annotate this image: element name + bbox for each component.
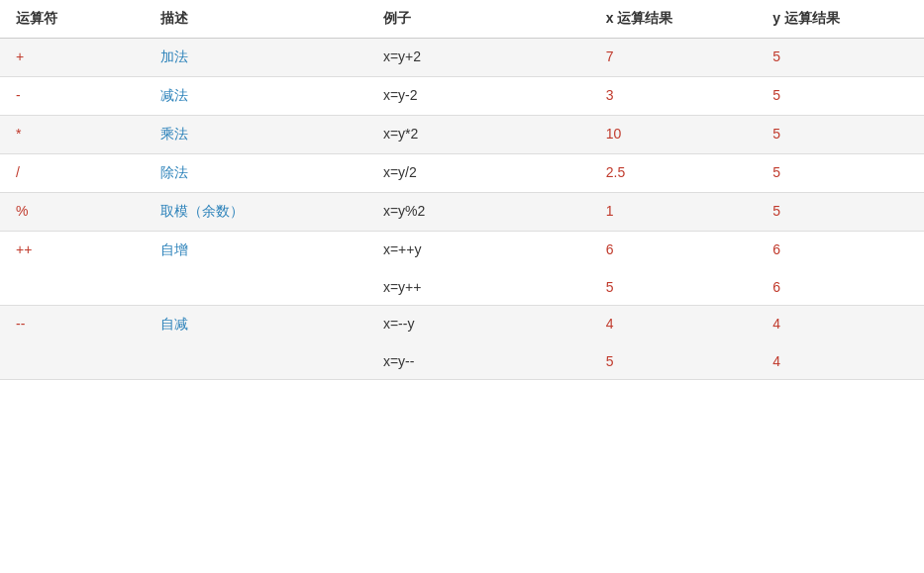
cell-yresult: 5 [757, 39, 924, 77]
header-description: 描述 [145, 0, 367, 39]
cell-xresult: 6 [590, 232, 758, 270]
table-row: --自减x=--y44 [0, 306, 924, 344]
table-container: 运算符 描述 例子 x 运算结果 y 运算结果 +加法x=y+275-减法x=y… [0, 0, 924, 573]
table-header-row: 运算符 描述 例子 x 运算结果 y 运算结果 [0, 0, 924, 39]
cell-xresult: 2.5 [590, 154, 758, 193]
operators-table: 运算符 描述 例子 x 运算结果 y 运算结果 +加法x=y+275-减法x=y… [0, 0, 924, 380]
cell-operator: * [0, 116, 145, 154]
cell-description: 加法 [145, 39, 367, 77]
cell-xresult: 10 [590, 116, 758, 154]
cell-xresult: 5 [590, 269, 758, 306]
cell-description: 乘法 [145, 116, 367, 154]
cell-operator: + [0, 39, 145, 77]
cell-example: x=y%2 [367, 193, 590, 232]
header-xresult: x 运算结果 [590, 0, 758, 39]
cell-example: x=y-2 [367, 77, 590, 116]
cell-xresult: 7 [590, 39, 758, 77]
header-operator: 运算符 [0, 0, 145, 39]
cell-description: 取模（余数） [145, 193, 367, 232]
table-row: -减法x=y-235 [0, 77, 924, 116]
cell-operator: / [0, 154, 145, 193]
cell-operator: % [0, 193, 145, 232]
cell-operator: ++ [0, 232, 145, 270]
cell-yresult: 5 [757, 154, 924, 193]
table-row: *乘法x=y*2105 [0, 116, 924, 154]
cell-description: 自减 [145, 306, 367, 344]
cell-yresult: 5 [757, 77, 924, 116]
cell-yresult: 4 [757, 343, 924, 380]
cell-yresult: 6 [757, 269, 924, 306]
cell-xresult: 1 [590, 193, 758, 232]
cell-example: x=y/2 [367, 154, 590, 193]
cell-description [145, 269, 367, 306]
cell-example: x=y++ [367, 269, 590, 306]
table-row: /除法x=y/22.55 [0, 154, 924, 193]
header-example: 例子 [367, 0, 590, 39]
cell-description: 除法 [145, 154, 367, 193]
cell-example: x=y-- [367, 343, 590, 380]
table-row: %取模（余数）x=y%215 [0, 193, 924, 232]
cell-yresult: 5 [757, 193, 924, 232]
cell-operator [0, 269, 145, 306]
table-row: ++自增x=++y66 [0, 232, 924, 270]
cell-example: x=++y [367, 232, 590, 270]
table-row: x=y++56 [0, 269, 924, 306]
cell-description: 自增 [145, 232, 367, 270]
cell-xresult: 4 [590, 306, 758, 344]
header-yresult: y 运算结果 [757, 0, 924, 39]
cell-yresult: 6 [757, 232, 924, 270]
cell-operator: -- [0, 306, 145, 344]
table-row: x=y--54 [0, 343, 924, 380]
cell-description [145, 343, 367, 380]
cell-operator: - [0, 77, 145, 116]
cell-description: 减法 [145, 77, 367, 116]
cell-xresult: 3 [590, 77, 758, 116]
cell-xresult: 5 [590, 343, 758, 380]
cell-yresult: 5 [757, 116, 924, 154]
cell-example: x=y+2 [367, 39, 590, 77]
cell-yresult: 4 [757, 306, 924, 344]
table-row: +加法x=y+275 [0, 39, 924, 77]
cell-operator [0, 343, 145, 380]
cell-example: x=y*2 [367, 116, 590, 154]
cell-example: x=--y [367, 306, 590, 344]
